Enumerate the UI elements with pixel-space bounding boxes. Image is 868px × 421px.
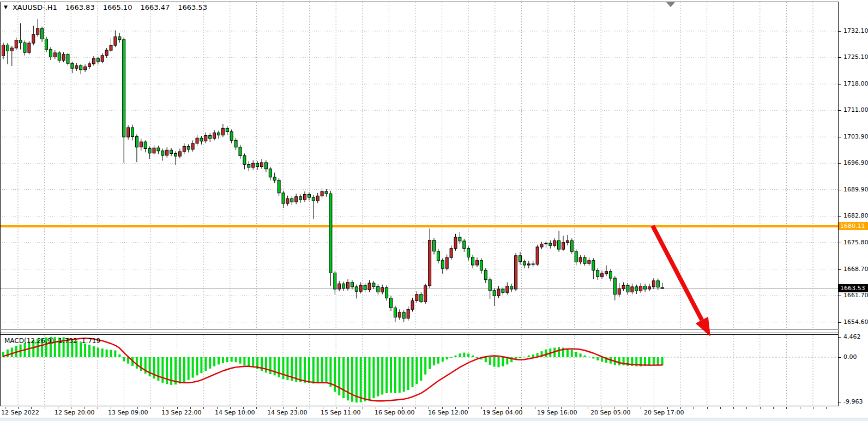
price-tick-label: 1696.90 [843, 159, 868, 166]
macd-min-label: -9.963 [843, 398, 863, 405]
axis-tick-mark [243, 407, 244, 409]
price-tick-label: 1732.10 [843, 27, 868, 34]
axis-tick-mark [773, 407, 774, 409]
axis-tick-mark [707, 407, 708, 409]
axis-tick-mark [296, 407, 297, 409]
axis-tick-mark [839, 296, 841, 296]
price-axis[interactable]: 1732.101725.101718.001711.001703.901696.… [839, 0, 868, 407]
candle-body [411, 300, 414, 309]
symbol-header: ▼ XAUUSD-,H1 1663.83 1665.10 1663.47 166… [4, 4, 207, 11]
candle-body [351, 282, 353, 287]
candle-body [282, 193, 285, 203]
candle-body [178, 152, 181, 156]
candle-body [101, 56, 104, 62]
axis-tick-mark [839, 84, 841, 85]
candle-body [562, 243, 565, 249]
price-tick-label: 1654.60 [843, 318, 868, 326]
axis-tick-mark [111, 407, 111, 409]
axis-tick-mark [415, 407, 416, 409]
candle-body [415, 294, 418, 301]
horizontal-scrollbar[interactable] [0, 418, 868, 421]
candle-body [377, 286, 379, 292]
candle-body [71, 63, 74, 68]
candle-body [640, 286, 642, 291]
candle-body [445, 257, 448, 268]
candle-body [402, 312, 405, 318]
candle-body [239, 147, 242, 156]
axis-tick-mark [323, 407, 323, 409]
chart-canvas[interactable] [0, 0, 839, 407]
candle-body [187, 146, 190, 149]
candle-body [218, 133, 220, 135]
axis-tick-mark [58, 407, 58, 409]
candle-body [437, 251, 439, 261]
candle-body [196, 138, 198, 143]
axis-tick-mark [177, 407, 178, 409]
time-tick-label: 12 Sep 20:00 [55, 409, 94, 416]
candle-body [264, 163, 267, 169]
candle-body [230, 132, 233, 141]
candle-body [493, 291, 496, 296]
axis-tick-mark [839, 243, 841, 243]
candle-body [420, 294, 423, 302]
candle-body [454, 237, 457, 249]
candle-body [527, 264, 530, 265]
candle-body [553, 240, 556, 245]
candle-body [472, 257, 474, 266]
candle-body [515, 256, 517, 289]
candle-body [536, 247, 539, 264]
candle-body [312, 197, 315, 201]
axis-tick-mark [481, 407, 482, 409]
candle-body [174, 154, 177, 157]
axis-tick-mark [429, 407, 429, 409]
candle-body [19, 40, 22, 43]
axis-tick-mark [746, 407, 747, 409]
candle-body [463, 241, 466, 249]
axis-tick-mark [694, 407, 694, 409]
candle-body [631, 287, 634, 292]
axis-tick-mark [45, 407, 45, 409]
candle-body [545, 243, 547, 244]
time-axis[interactable]: 12 Sep 202212 Sep 20:0013 Sep 09:0013 Se… [0, 407, 868, 418]
chevron-down-icon[interactable]: ▼ [4, 3, 8, 11]
candle-body [92, 58, 95, 64]
candle-body [15, 40, 17, 49]
candle-body [605, 272, 608, 274]
candle-body [652, 281, 655, 287]
candle-body [523, 262, 526, 265]
candle-body [368, 283, 371, 290]
candle-body [398, 312, 401, 317]
axis-tick-mark [270, 407, 270, 409]
candle-body [497, 289, 500, 296]
axis-tick-mark [455, 407, 456, 409]
trend-arrow[interactable] [653, 226, 710, 336]
axis-tick-mark [190, 407, 191, 409]
symbol-period-label: XAUUSD-,H1 [13, 4, 57, 11]
time-tick-label: 19 Sep 04:00 [483, 409, 522, 416]
axis-tick-mark [720, 407, 721, 409]
candle-body [579, 257, 582, 262]
candle-body [62, 55, 65, 61]
axis-tick-mark [18, 407, 19, 409]
candle-body [278, 180, 280, 193]
axis-tick-mark [667, 407, 668, 409]
time-tick-label: 13 Sep 09:00 [108, 409, 148, 416]
candle-body [519, 256, 522, 262]
candle-body [170, 150, 173, 153]
candle-body [626, 285, 629, 292]
candle-body [592, 261, 595, 270]
macd-indicator-label: MACD(12,26,9) -1.732 -1.719 [4, 337, 100, 345]
axis-tick-mark [588, 407, 588, 409]
candle-body [148, 149, 151, 153]
chart-shift-marker-icon[interactable] [666, 2, 675, 7]
axis-tick-mark [98, 407, 98, 409]
candle-body [433, 240, 436, 251]
candle-body [588, 261, 590, 264]
candle-body [385, 287, 388, 298]
current-price-badge: 1663.53 [839, 284, 868, 292]
candle-body [213, 133, 216, 139]
axis-tick-mark [376, 407, 376, 409]
axis-tick-mark [363, 407, 363, 409]
axis-tick-mark [839, 110, 841, 111]
axis-tick-mark [548, 407, 548, 409]
